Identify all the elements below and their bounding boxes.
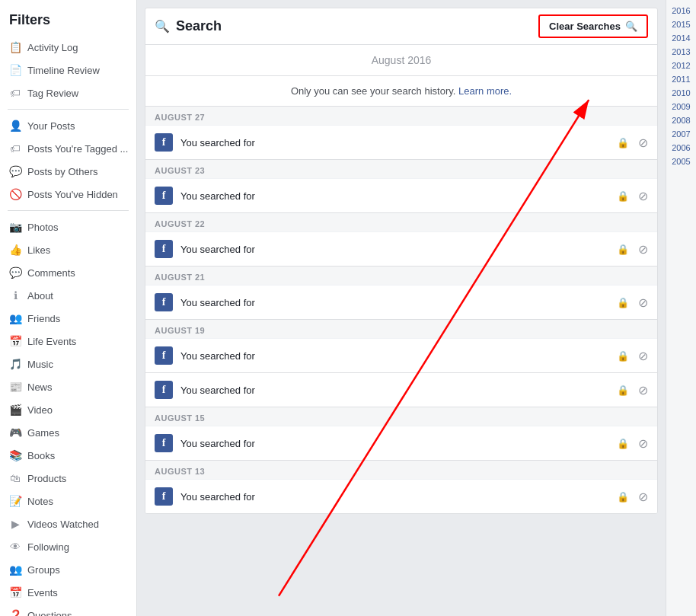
content-header-left: 🔍 Search: [155, 18, 222, 34]
search-header-icon: 🔍: [155, 19, 170, 34]
your-posts-icon: 👤: [8, 118, 23, 133]
year-link[interactable]: 2015: [672, 18, 690, 31]
sidebar-item-label: Photos: [27, 222, 58, 233]
delete-icon[interactable]: ⊘: [638, 349, 648, 363]
sidebar-item-label: Notes: [27, 496, 53, 507]
year-link[interactable]: 2013: [672, 45, 690, 59]
sidebar-section-3: 📷 Photos 👍 Likes 💬 Comments ℹ About 👥 Fr…: [0, 215, 136, 616]
year-link[interactable]: 2010: [672, 86, 690, 100]
year-link[interactable]: 2007: [672, 127, 690, 141]
search-entry-text: You searched for: [180, 385, 617, 396]
search-entry-text: You searched for: [180, 190, 617, 202]
delete-icon[interactable]: ⊘: [638, 490, 648, 504]
sidebar-item-label: Posts You've Hidden: [27, 189, 118, 200]
products-icon: 🛍: [8, 471, 23, 486]
games-icon: 🎮: [8, 425, 23, 440]
date-group-header: AUGUST 19: [145, 320, 657, 339]
facebook-icon: f: [155, 187, 173, 205]
sidebar-item-notes[interactable]: 📝 Notes: [0, 490, 136, 512]
lock-icon[interactable]: 🔒: [617, 491, 629, 503]
delete-icon[interactable]: ⊘: [638, 136, 648, 150]
music-icon: 🎵: [8, 356, 23, 372]
year-link[interactable]: 2006: [672, 141, 690, 155]
sidebar-item-news[interactable]: 📰 News: [0, 375, 136, 398]
sidebar-item-about[interactable]: ℹ About: [0, 284, 136, 307]
sidebar-item-products[interactable]: 🛍 Products: [0, 467, 136, 490]
year-link[interactable]: 2011: [672, 72, 690, 86]
sidebar-item-life-events[interactable]: 📅 Life Events: [0, 330, 136, 353]
sidebar-item-music[interactable]: 🎵 Music: [0, 353, 136, 375]
sidebar-item-label: Your Posts: [27, 120, 75, 132]
lock-icon[interactable]: 🔒: [617, 350, 629, 362]
sidebar-item-events[interactable]: 📅 Events: [0, 581, 136, 604]
lock-icon[interactable]: 🔒: [617, 438, 629, 449]
year-link[interactable]: 2008: [672, 113, 690, 127]
activity-log-icon: 📋: [8, 40, 23, 55]
lock-icon[interactable]: 🔒: [617, 137, 629, 148]
facebook-icon: f: [155, 293, 173, 311]
sidebar-item-label: Books: [27, 450, 55, 461]
photos-icon: 📷: [8, 219, 23, 235]
month-header: August 2016: [145, 45, 657, 76]
posts-by-others-icon: 💬: [8, 164, 23, 179]
sidebar-item-questions[interactable]: ❓ Questions: [0, 604, 136, 616]
sidebar-item-following[interactable]: 👁 Following: [0, 535, 136, 558]
sidebar-item-label: Products: [27, 473, 66, 484]
lock-icon[interactable]: 🔒: [617, 385, 629, 396]
year-link[interactable]: 2012: [672, 59, 690, 72]
sidebar-item-activity-log[interactable]: 📋 Activity Log: [0, 36, 136, 59]
books-icon: 📚: [8, 448, 23, 463]
delete-icon[interactable]: ⊘: [638, 295, 648, 310]
search-entry-text: You searched for: [180, 137, 617, 148]
sidebar-item-video[interactable]: 🎬 Video: [0, 398, 136, 421]
sidebar-item-label: Posts by Others: [27, 166, 97, 177]
sidebar-item-comments[interactable]: 💬 Comments: [0, 261, 136, 284]
sidebar-item-label: Following: [27, 541, 69, 553]
sidebar-item-posts-tagged[interactable]: 🏷 Posts You're Tagged ...: [0, 137, 136, 160]
sidebar-item-videos-watched[interactable]: ▶ Videos Watched: [0, 512, 136, 535]
sidebar-item-posts-by-others[interactable]: 💬 Posts by Others: [0, 160, 136, 183]
search-entry: fYou searched for🔒⊘: [145, 480, 657, 513]
year-link[interactable]: 2005: [672, 155, 690, 168]
sidebar-item-label: Groups: [27, 564, 60, 576]
search-entry-actions: 🔒⊘: [617, 436, 648, 451]
sidebar-item-groups[interactable]: 👥 Groups: [0, 558, 136, 581]
sidebar-item-likes[interactable]: 👍 Likes: [0, 238, 136, 261]
sidebar-item-label: Games: [27, 427, 59, 439]
news-icon: 📰: [8, 379, 23, 394]
delete-icon[interactable]: ⊘: [638, 242, 648, 257]
clear-searches-label: Clear Searches: [549, 21, 621, 32]
sidebar-item-label: Questions: [27, 610, 72, 617]
info-text: Only you can see your search history.: [291, 85, 456, 97]
delete-icon[interactable]: ⊘: [638, 189, 648, 203]
delete-icon[interactable]: ⊘: [638, 383, 648, 397]
delete-icon[interactable]: ⊘: [638, 436, 648, 451]
search-entry-text: You searched for: [180, 438, 617, 449]
search-entry: fYou searched for🔒⊘: [145, 426, 657, 461]
sidebar-item-books[interactable]: 📚 Books: [0, 444, 136, 467]
sidebar-item-games[interactable]: 🎮 Games: [0, 421, 136, 444]
sidebar: Filters 📋 Activity Log 📄 Timeline Review…: [0, 0, 137, 616]
sidebar-item-label: Life Events: [27, 336, 76, 347]
lock-icon[interactable]: 🔒: [617, 244, 629, 255]
sidebar-item-label: Timeline Review: [27, 65, 100, 76]
learn-more-link[interactable]: Learn more.: [458, 85, 512, 97]
sidebar-item-label: Events: [27, 587, 58, 598]
year-link[interactable]: 2009: [672, 100, 690, 113]
year-link[interactable]: 2014: [672, 31, 690, 45]
year-link[interactable]: 2016: [672, 4, 690, 18]
sidebar-item-label: News: [27, 381, 53, 393]
sidebar-item-posts-hidden[interactable]: 🚫 Posts You've Hidden: [0, 183, 136, 206]
sidebar-item-friends[interactable]: 👥 Friends: [0, 307, 136, 330]
sidebar-item-tag-review[interactable]: 🏷 Tag Review: [0, 81, 136, 104]
date-group-header: AUGUST 27: [145, 107, 657, 126]
date-group-header: AUGUST 23: [145, 160, 657, 179]
sidebar-item-photos[interactable]: 📷 Photos: [0, 215, 136, 238]
clear-searches-button[interactable]: Clear Searches 🔍: [538, 14, 648, 38]
sidebar-item-your-posts[interactable]: 👤 Your Posts: [0, 114, 136, 137]
sidebar-item-timeline-review[interactable]: 📄 Timeline Review: [0, 59, 136, 81]
lock-icon[interactable]: 🔒: [617, 297, 629, 308]
facebook-icon: f: [155, 487, 173, 506]
sidebar-item-label: Music: [27, 359, 53, 370]
lock-icon[interactable]: 🔒: [617, 190, 629, 202]
